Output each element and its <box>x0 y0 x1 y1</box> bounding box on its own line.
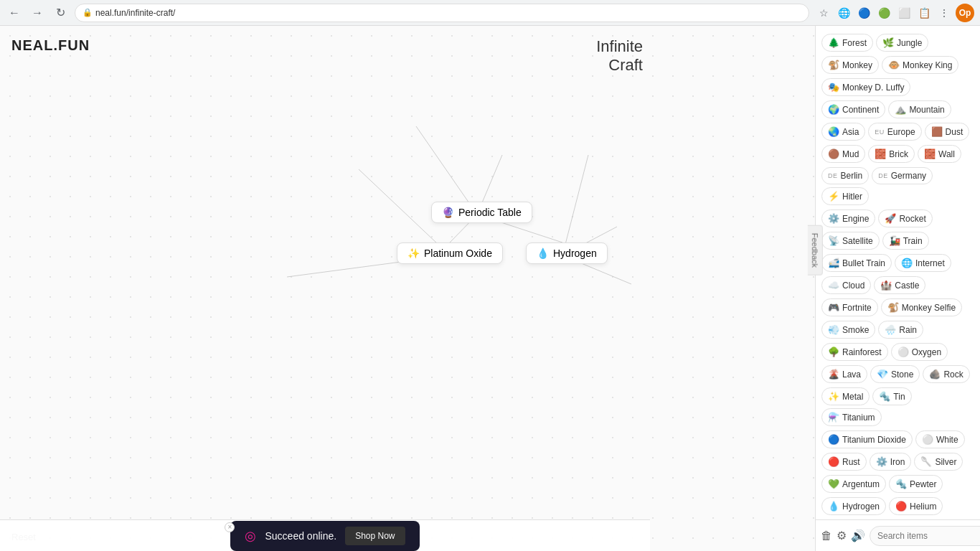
sidebar-row-8: ⚙️ Engine 🚀 Rocket <box>816 207 980 230</box>
item-chip-europe[interactable]: EU Europe <box>868 123 921 141</box>
item-chip-brick[interactable]: 🧱 Brick <box>868 145 915 163</box>
sidebar-row-7: DE Berlin DE Germany ⚡ Hitler <box>816 165 980 207</box>
extension-btn1[interactable]: 🔵 <box>855 4 872 22</box>
sort-button[interactable]: ⚙ <box>837 526 847 546</box>
sidebar-row-20: 💧 Hydrogen 🔴 Helium <box>816 495 980 517</box>
ad-logo-icon: ◎ <box>245 528 256 544</box>
item-chip-iron[interactable]: ⚙️ Iron <box>870 453 912 471</box>
item-chip-bullet-train[interactable]: 🚅 Bullet Train <box>821 254 892 272</box>
item-chip-hitler[interactable]: ⚡ Hitler <box>821 187 869 205</box>
periodic-table-emoji: 🔮 <box>442 207 454 218</box>
canvas-area[interactable]: NEAL.FUN Infinite Craft 🔮 Periodic Table <box>0 26 815 551</box>
item-chip-cloud[interactable]: ☁️ Cloud <box>821 276 871 294</box>
refresh-button[interactable]: ↻ <box>52 4 69 22</box>
item-chip-monkey-selfie[interactable]: 🐒 Monkey Selfie <box>881 298 962 316</box>
sidebar-row-1: 🌲 Forest 🌿 Jungle <box>816 32 980 54</box>
item-chip-lava[interactable]: 🌋 Lava <box>821 365 867 383</box>
item-chip-rust[interactable]: 🔴 Rust <box>821 453 867 471</box>
sidebar-row-3: 🎭 Monkey D. Luffy <box>816 76 980 98</box>
item-chip-titanium-dioxide[interactable]: 🔵 Titanium Dioxide <box>821 430 913 448</box>
forward-button[interactable]: → <box>29 4 46 22</box>
ad-text: Succeed online. <box>265 530 336 542</box>
browser-actions: ☆ 🌐 🔵 🟢 ⬜ 📋 ⋮ Op <box>815 4 974 22</box>
sidebar-row-19: 💚 Argentum 🔩 Pewter <box>816 473 980 495</box>
item-chip-fortnite[interactable]: 🎮 Fortnite <box>821 298 878 316</box>
extension-btn4[interactable]: 📋 <box>915 4 933 22</box>
item-chip-titanium[interactable]: ⚗️ Titanium <box>821 408 882 426</box>
item-chip-rock[interactable]: 🪨 Rock <box>923 365 969 383</box>
hydrogen-emoji: 💧 <box>537 248 549 259</box>
item-chip-jungle[interactable]: 🌿 Jungle <box>876 34 928 52</box>
item-chip-monkey[interactable]: 🐒 Monkey <box>821 56 879 74</box>
back-button[interactable]: ← <box>6 4 23 22</box>
item-chip-internet[interactable]: 🌐 Internet <box>895 254 951 272</box>
trash-button[interactable]: 🗑 <box>821 526 832 546</box>
lock-icon: 🔒 <box>83 8 93 17</box>
item-chip-silver[interactable]: 🥄 Silver <box>914 453 963 471</box>
item-chip-monkey-d-luffy[interactable]: 🎭 Monkey D. Luffy <box>821 78 910 96</box>
ad-banner: × ◎ Succeed online. Shop Now <box>230 521 419 551</box>
sidebar-row-4: 🌍 Continent ⛰️ Mountain <box>816 98 980 121</box>
periodic-table-label: Periodic Table <box>458 207 522 218</box>
volume-button[interactable]: 🔊 <box>851 526 865 546</box>
sidebar-row-17: 🔵 Titanium Dioxide ⚪ White <box>816 428 980 451</box>
item-chip-germany[interactable]: DE Germany <box>872 167 933 184</box>
sidebar-row-11: ☁️ Cloud 🏰 Castle <box>816 274 980 296</box>
item-chip-forest[interactable]: 🌲 Forest <box>821 34 873 52</box>
sidebar-row-2: 🐒 Monkey 🐵 Monkey King <box>816 54 980 76</box>
item-chip-smoke[interactable]: 💨 Smoke <box>821 321 875 339</box>
logo: NEAL.FUN <box>11 37 90 54</box>
item-chip-oxygen[interactable]: ⚪ Oxygen <box>891 343 948 361</box>
item-chip-mud[interactable]: 🟤 Mud <box>821 145 865 163</box>
item-chip-argentum[interactable]: 💚 Argentum <box>821 475 886 493</box>
item-chip-berlin[interactable]: DE Berlin <box>821 167 869 184</box>
item-chip-rain[interactable]: 🌧️ Rain <box>878 321 923 339</box>
item-chip-dust[interactable]: 🟫 Dust <box>925 123 970 141</box>
canvas-connections <box>0 26 815 551</box>
item-chip-rocket[interactable]: 🚀 Rocket <box>878 209 932 227</box>
item-chip-mountain[interactable]: ⛰️ Mountain <box>888 100 951 118</box>
feedback-tab[interactable]: Feedback <box>808 225 816 276</box>
item-chip-continent[interactable]: 🌍 Continent <box>821 100 885 118</box>
app-container: NEAL.FUN Infinite Craft 🔮 Periodic Table <box>0 26 980 551</box>
sidebar-row-6: 🟤 Mud 🧱 Brick 🧱 Wall <box>816 143 980 165</box>
bookmark-button[interactable]: ☆ <box>815 4 832 22</box>
shop-now-button[interactable]: Shop Now <box>345 527 405 545</box>
sidebar-row-5: 🌏 Asia EU Europe 🟫 Dust <box>816 121 980 143</box>
sidebar-row-9: 📡 Satellite 🚂 Train <box>816 230 980 252</box>
ad-close-button[interactable]: × <box>225 522 235 532</box>
item-chip-stone[interactable]: 💎 Stone <box>870 365 920 383</box>
search-input[interactable] <box>870 526 980 546</box>
address-bar[interactable]: 🔒 neal.fun/infinite-craft/ <box>75 4 809 22</box>
sidebar-row-14: 🌳 Rainforest ⚪ Oxygen <box>816 341 980 363</box>
platinum-oxide-label: Platinum Oxide <box>424 248 492 259</box>
menu-button[interactable]: ⋮ <box>936 4 953 22</box>
item-chip-pewter[interactable]: 🔩 Pewter <box>889 475 943 493</box>
extension-translate[interactable]: 🌐 <box>835 4 852 22</box>
item-chip-monkey-king[interactable]: 🐵 Monkey King <box>882 56 958 74</box>
canvas-element-periodic-table[interactable]: 🔮 Periodic Table <box>431 202 532 223</box>
canvas-element-platinum-oxide[interactable]: ✨ Platinum Oxide <box>397 242 503 264</box>
item-chip-wall[interactable]: 🧱 Wall <box>918 145 961 163</box>
item-chip-helium[interactable]: 🔴 Helium <box>889 497 943 515</box>
profile-button[interactable]: Op <box>956 4 974 22</box>
item-chip-castle[interactable]: 🏰 Castle <box>874 276 925 294</box>
item-chip-tin[interactable]: 🔩 Tin <box>872 387 911 405</box>
extension-btn2[interactable]: 🟢 <box>875 4 892 22</box>
item-chip-rainforest[interactable]: 🌳 Rainforest <box>821 343 888 361</box>
item-chip-train[interactable]: 🚂 Train <box>882 232 929 250</box>
item-chip-asia[interactable]: 🌏 Asia <box>821 123 865 141</box>
extension-btn3[interactable]: ⬜ <box>895 4 913 22</box>
sidebar-row-10: 🚅 Bullet Train 🌐 Internet <box>816 252 980 274</box>
sidebar-row-13: 💨 Smoke 🌧️ Rain <box>816 319 980 341</box>
item-chip-white[interactable]: ⚪ White <box>915 430 965 448</box>
item-chip-hydrogen-sidebar[interactable]: 💧 Hydrogen <box>821 497 886 515</box>
sidebar-bottom: 🗑 ⚙ 🔊 <box>815 519 980 551</box>
item-chip-engine[interactable]: ⚙️ Engine <box>821 209 875 227</box>
item-chip-satellite[interactable]: 📡 Satellite <box>821 232 880 250</box>
item-chip-metal[interactable]: ✨ Metal <box>821 387 870 405</box>
bottom-bar: × ◎ Succeed online. Shop Now <box>0 519 650 551</box>
canvas-element-hydrogen[interactable]: 💧 Hydrogen <box>526 242 608 264</box>
hydrogen-label: Hydrogen <box>553 248 597 259</box>
svg-line-3 <box>562 155 588 255</box>
